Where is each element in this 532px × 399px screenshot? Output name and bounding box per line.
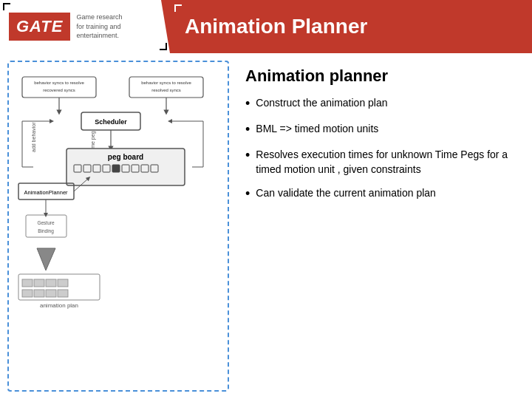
svg-rect-41 <box>46 279 56 287</box>
svg-rect-45 <box>46 290 56 297</box>
list-item: BML => timed motion units <box>245 122 516 139</box>
list-item: Construct the animation plan <box>245 96 516 113</box>
content-area: behavior syncs to resolve recovered sync… <box>0 53 532 399</box>
title-bracket-tl <box>174 4 182 12</box>
svg-rect-43 <box>22 290 33 297</box>
svg-rect-46 <box>58 290 68 297</box>
svg-text:resolved syncs: resolved syncs <box>151 88 181 92</box>
svg-rect-33 <box>26 215 66 237</box>
diagram-panel: behavior syncs to resolve recovered sync… <box>7 61 229 392</box>
svg-rect-19 <box>112 165 120 172</box>
svg-rect-39 <box>22 279 33 287</box>
gate-logo: GATE <box>9 13 70 41</box>
section-title: Animation planner <box>245 66 516 86</box>
right-panel: Animation planner Construct the animatio… <box>236 61 525 392</box>
bullet-list: Construct the animation plan BML => time… <box>245 96 516 203</box>
svg-marker-37 <box>37 248 55 270</box>
list-item: Resolves execution times for unknown Tim… <box>245 148 516 177</box>
svg-text:add behavior: add behavior <box>31 122 36 152</box>
svg-text:Scheduler: Scheduler <box>95 118 127 126</box>
svg-text:recovered syncs: recovered syncs <box>43 88 75 92</box>
bracket-tl <box>3 3 10 10</box>
svg-text:Gesture: Gesture <box>37 220 55 225</box>
svg-text:behavior syncs to resolve: behavior syncs to resolve <box>141 81 191 85</box>
header: GATE Game research for training and ente… <box>0 0 532 53</box>
svg-rect-44 <box>34 290 44 297</box>
svg-text:animation plan: animation plan <box>40 302 78 309</box>
list-item: Can validate the current animation plan <box>245 186 516 203</box>
page-title: Animation Planner <box>185 15 367 38</box>
logo-area: GATE Game research for training and ente… <box>0 0 170 53</box>
title-bar: Animation Planner <box>170 0 532 53</box>
svg-text:AnimationPlanner: AnimationPlanner <box>24 189 68 196</box>
svg-rect-40 <box>34 279 44 287</box>
logo-tagline: Game research for training and entertain… <box>76 13 122 41</box>
svg-rect-42 <box>58 279 68 287</box>
svg-text:Binding: Binding <box>38 228 54 234</box>
svg-text:peg board: peg board <box>108 153 143 161</box>
svg-text:behavior syncs to resolve: behavior syncs to resolve <box>34 81 84 85</box>
architecture-diagram: behavior syncs to resolve recovered sync… <box>15 68 222 384</box>
